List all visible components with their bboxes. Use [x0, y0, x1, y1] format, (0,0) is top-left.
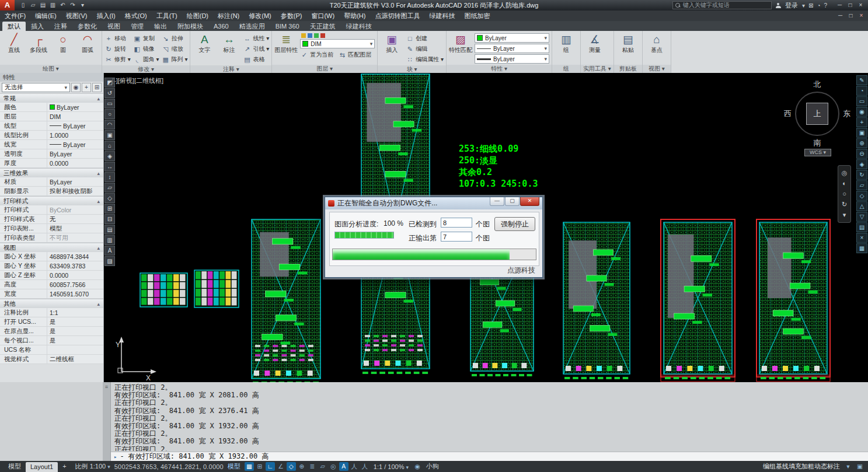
navbar-icon[interactable]: ◎ — [842, 170, 848, 176]
canvas-tool-icon[interactable]: ▭ — [856, 96, 867, 106]
panel-label-组[interactable]: 组 — [552, 65, 580, 73]
ribbon-tab-附加模块[interactable]: 附加模块 — [172, 22, 208, 31]
make-current-tool[interactable]: ✓置为当前 — [300, 50, 333, 60]
canvas-tool-icon[interactable]: ⊖ — [856, 149, 867, 159]
dialog-titlebar[interactable]: 正在智能全自动分割DWG文件... — ▢ ✕ — [325, 197, 542, 209]
palette-section-header[interactable]: 常规▴ — [0, 93, 103, 103]
measure-tool[interactable]: ∡测量 — [583, 32, 606, 53]
child-minimize-button[interactable]: ─ — [835, 12, 845, 20]
canvas-tool-icon[interactable]: ◇ — [856, 191, 867, 201]
property-value[interactable]: ByLayer — [47, 103, 103, 111]
navbar-icon[interactable]: ◐ — [842, 180, 846, 187]
collapse-icon[interactable]: ▴ — [97, 198, 100, 204]
dimension-tool[interactable]: ↔标注 — [217, 32, 240, 53]
ribbon-tab-A360[interactable]: A360 — [208, 22, 234, 31]
quick-select-icon[interactable]: ⊞ — [92, 83, 102, 92]
ribbon-tab-天正建筑[interactable]: 天正建筑 — [305, 22, 341, 31]
property-value[interactable]: DIM — [47, 112, 103, 121]
layer-tool-icon[interactable] — [314, 33, 319, 38]
table-tool[interactable]: ▤表格 — [243, 54, 269, 64]
canvas-tool-icon[interactable]: ▣ — [856, 128, 867, 138]
wcs-dropdown[interactable]: WCS ▾ — [804, 149, 831, 156]
palette-section-header[interactable]: 打印样式▴ — [0, 196, 103, 205]
mirror-tool[interactable]: ◧镜像 — [133, 44, 159, 54]
grid-icon[interactable]: ▦ — [245, 462, 254, 471]
property-value[interactable]: 是 — [47, 336, 103, 345]
panel-label-剪贴板[interactable]: 剪贴板 — [614, 65, 642, 73]
status-dropdown-icon[interactable]: ▾ — [843, 462, 853, 471]
fullscreen-icon[interactable]: ▣ — [855, 462, 864, 471]
canvas-tool-icon[interactable]: ✎ — [856, 75, 867, 85]
viewport-controls[interactable]: [-][俯视][二维线框] — [112, 76, 163, 85]
circle-tool[interactable]: ○圆 — [51, 32, 75, 53]
open-file-icon[interactable]: ▱ — [29, 1, 37, 9]
panel-label-实用工具[interactable]: 实用工具 ▾ — [581, 65, 613, 73]
osnap-icon[interactable]: ◇ — [287, 462, 296, 471]
base-view-tool[interactable]: ⌂基点 — [645, 32, 668, 53]
create-block-tool[interactable]: □创建 — [406, 33, 444, 43]
canvas-tool-icon[interactable]: ↔ — [104, 162, 115, 172]
restore-button[interactable]: □ — [845, 1, 855, 9]
output-index-input[interactable] — [441, 232, 472, 242]
menu-item[interactable]: 图纸加密 — [459, 11, 494, 21]
transparency-icon[interactable]: ▱ — [318, 462, 327, 471]
lineweight-dropdown[interactable]: ByLayer▾ — [475, 44, 549, 53]
ribbon-tab-绿建科技[interactable]: 绿建科技 — [341, 22, 377, 31]
child-restore-button[interactable]: □ — [846, 12, 856, 20]
collapse-icon[interactable]: ▴ — [97, 301, 100, 307]
annotation-icon[interactable]: A — [339, 462, 348, 471]
annotation-autoscale-icon[interactable]: 人 — [360, 462, 369, 471]
property-value[interactable]: 4688974.3844 — [47, 252, 103, 261]
ribbon-tab-输出[interactable]: 输出 — [149, 22, 172, 31]
layer-dropdown[interactable]: DIM▾ — [300, 39, 375, 48]
panel-label-图层[interactable]: 图层 ▾ — [272, 65, 377, 73]
palette-section-header[interactable]: 视图▴ — [0, 243, 103, 252]
menu-item[interactable]: 参数(P) — [276, 11, 307, 21]
insert-block-tool[interactable]: ▣插入 — [380, 32, 403, 53]
exchange-apps-icon[interactable]: ⊠ — [808, 2, 813, 9]
menu-item[interactable]: 窗口(W) — [306, 11, 339, 21]
layout-tab-+[interactable]: + — [58, 461, 71, 472]
select-objects-icon[interactable]: + — [82, 83, 91, 92]
menu-item[interactable]: 绿建科技 — [424, 11, 459, 21]
collapse-icon[interactable]: ▴ — [97, 245, 100, 251]
signin-label[interactable]: 登录 — [785, 1, 798, 10]
command-window-grip[interactable]: ≡ — [103, 382, 111, 461]
minimize-button[interactable]: ─ — [835, 1, 845, 9]
compass-south-label[interactable]: 南 — [814, 138, 821, 148]
canvas-tool-icon[interactable]: ▤ — [104, 225, 115, 235]
close-button[interactable]: × — [856, 1, 866, 9]
menu-item[interactable]: 工具(T) — [152, 11, 182, 21]
stretch-tool[interactable]: ↘拉伸 — [162, 33, 188, 43]
undo-icon[interactable]: ↶ — [59, 1, 67, 9]
navbar-icon[interactable]: ↻ — [842, 201, 847, 208]
plot-icon[interactable]: ▥ — [49, 1, 57, 9]
property-value[interactable]: ByLayer — [47, 177, 103, 186]
fillet-tool[interactable]: ◟圆角 ▾ — [133, 54, 159, 64]
ribbon-tab-精选应用[interactable]: 精选应用 — [234, 22, 270, 31]
child-close-button[interactable]: × — [856, 12, 866, 20]
canvas-tool-icon[interactable]: A — [104, 246, 115, 256]
command-input-line[interactable]: ▸ - 有效打印区域: 841.00 宽 X 1932.00 高 — [111, 452, 868, 461]
canvas-tool-icon[interactable]: ▥ — [104, 235, 115, 245]
rotate-tool[interactable]: ↻旋转 — [104, 44, 131, 54]
group-tool[interactable]: ▥组 — [555, 32, 578, 53]
layout-tab-Layout1[interactable]: Layout1 — [26, 462, 58, 472]
help-icon[interactable]: ? — [824, 2, 827, 9]
copy-tool[interactable]: ▣复制 — [133, 33, 159, 43]
force-stop-button[interactable]: 强制停止 — [494, 217, 535, 231]
canvas-tool-icon[interactable]: ⊟ — [104, 214, 115, 224]
canvas-tool-icon[interactable]: ◔ — [856, 86, 867, 96]
ribbon-tab-视图[interactable]: 视图 — [102, 22, 126, 31]
redo-icon[interactable]: ↷ — [69, 1, 76, 9]
canvas-tool-icon[interactable]: ↕ — [104, 172, 115, 182]
ribbon-tab-参数化[interactable]: 参数化 — [72, 22, 102, 31]
canvas-tool-icon[interactable]: ○ — [104, 109, 115, 119]
selection-cycling-icon[interactable]: ◎ — [329, 462, 338, 471]
view-compass[interactable]: 北 南 西 东 上 — [783, 80, 851, 148]
menu-item[interactable]: 点源切转图工具 — [370, 11, 424, 21]
menu-item[interactable]: 绘图(D) — [182, 11, 213, 21]
workspace-gear-icon[interactable]: ◉ — [413, 462, 422, 471]
match-properties-tool[interactable]: ▨特性匹配 — [449, 32, 472, 53]
collapse-icon[interactable]: ▴ — [97, 170, 100, 176]
